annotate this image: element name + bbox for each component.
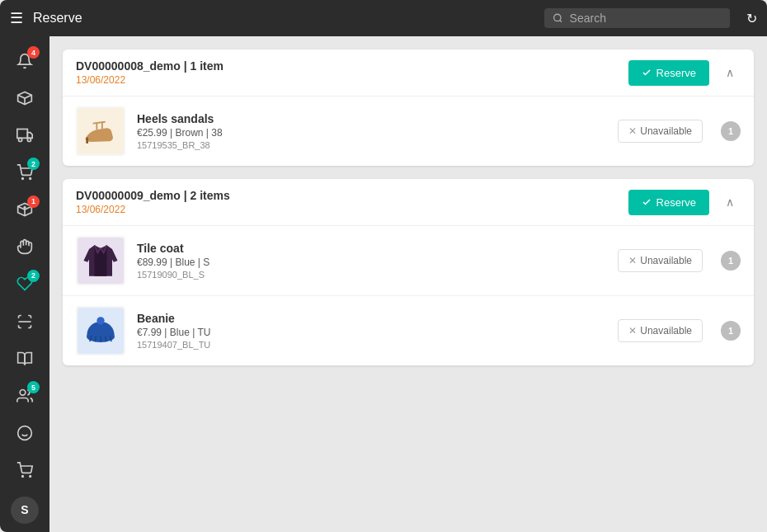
sidebar: 4 2 1 2 [0,36,49,532]
item-details-1: Heels sandals €25.99 | Brown | 38 157195… [137,112,606,150]
order-card-2: DV00000009_demo | 2 items 13/06/2022 Res… [63,179,754,365]
unavailable-button-1[interactable]: ✕ Unavailable [618,120,703,143]
order-info-2: DV00000009_demo | 2 items 13/06/2022 [76,189,619,215]
order-id-2: DV00000009_demo | 2 items [76,189,619,202]
sidebar-item-cart-teal[interactable]: 2 [8,156,41,188]
cart-teal-badge: 2 [27,158,40,170]
order-item-2: Tile coat €89.99 | Blue | S 15719090_BL_… [63,226,754,296]
sidebar-item-scan[interactable] [8,305,41,337]
item-price-3: €7.99 | Blue | TU [137,327,606,338]
item-sku-3: 15719407_BL_TU [137,340,606,350]
svg-point-5 [27,138,31,141]
svg-point-12 [20,389,26,395]
item-sku-1: 15719535_BR_38 [137,140,606,150]
box-badge: 1 [27,195,40,208]
item-price-2: €89.99 | Blue | S [137,257,606,268]
content-area: DV00000008_demo | 1 item 13/06/2022 Rese… [49,36,767,532]
main-layout: 4 2 1 2 [0,36,767,532]
unavailable-button-3[interactable]: ✕ Unavailable [618,319,703,342]
topbar: ☰ Reserve ↻ [0,0,767,36]
refresh-icon[interactable]: ↻ [746,11,757,26]
order-date-1: 13/06/2022 [76,74,619,86]
svg-point-7 [30,178,31,180]
order-item-3: Beanie €7.99 | Blue | TU 15719407_BL_TU … [63,296,754,365]
search-icon [553,12,563,24]
reserve-button-1[interactable]: Reserve [628,60,709,86]
sidebar-item-cart-bottom[interactable] [8,454,41,487]
order-header-2: DV00000009_demo | 2 items 13/06/2022 Res… [63,179,754,226]
order-info-1: DV00000008_demo | 1 item 13/06/2022 [76,59,619,86]
svg-point-6 [22,178,24,180]
svg-rect-3 [17,129,27,138]
item-image-sandal [76,106,125,156]
reserve-badge: 2 [27,270,40,282]
order-id-1: DV00000008_demo | 1 item [76,59,619,73]
sidebar-item-notifications[interactable]: 4 [8,45,41,77]
order-date-2: 13/06/2022 [76,204,619,215]
search-input[interactable] [570,12,722,25]
collapse-button-1[interactable]: ∧ [719,63,741,82]
sidebar-item-settings[interactable]: S [11,497,39,524]
notifications-badge: 4 [27,46,40,59]
svg-point-16 [22,476,24,478]
search-bar [544,8,730,28]
person-badge: 5 [27,381,40,393]
sidebar-item-person[interactable]: 5 [8,379,41,412]
app-title: Reserve [33,11,534,26]
item-image-jacket [76,236,125,285]
item-count-1: 1 [721,121,741,141]
svg-rect-22 [86,137,88,143]
svg-line-30 [106,337,106,342]
item-price-1: €25.99 | Brown | 38 [137,127,606,139]
collapse-button-2[interactable]: ∧ [719,192,741,212]
sidebar-item-book[interactable] [8,342,41,374]
svg-point-4 [19,138,22,141]
item-count-2: 1 [721,251,741,271]
order-header-1: DV00000008_demo | 1 item 13/06/2022 Rese… [63,49,754,97]
sidebar-item-hand[interactable] [8,231,41,263]
sidebar-item-reserve[interactable]: 2 [8,268,41,300]
item-count-3: 1 [721,321,741,341]
item-sku-2: 15719090_BL_S [137,270,606,280]
order-card-1: DV00000008_demo | 1 item 13/06/2022 Rese… [63,49,754,166]
svg-line-1 [560,20,562,21]
sidebar-item-face[interactable] [8,417,41,449]
svg-point-17 [30,476,31,478]
sidebar-item-box-add[interactable]: 1 [8,194,41,226]
svg-point-13 [18,426,32,440]
order-item-1: Heels sandals €25.99 | Brown | 38 157195… [63,97,754,166]
item-name-1: Heels sandals [137,112,606,125]
item-name-2: Tile coat [137,242,606,255]
svg-point-0 [554,14,561,21]
sidebar-item-packages[interactable] [8,82,41,114]
reserve-button-2[interactable]: Reserve [628,190,709,215]
menu-icon[interactable]: ☰ [10,9,23,27]
svg-line-28 [95,337,96,342]
item-name-3: Beanie [137,312,606,325]
item-image-beanie [76,306,125,355]
sidebar-item-truck[interactable] [8,119,41,151]
item-details-3: Beanie €7.99 | Blue | TU 15719407_BL_TU [137,312,606,350]
item-details-2: Tile coat €89.99 | Blue | S 15719090_BL_… [137,242,606,280]
unavailable-button-2[interactable]: ✕ Unavailable [618,249,703,272]
svg-point-26 [96,317,104,324]
